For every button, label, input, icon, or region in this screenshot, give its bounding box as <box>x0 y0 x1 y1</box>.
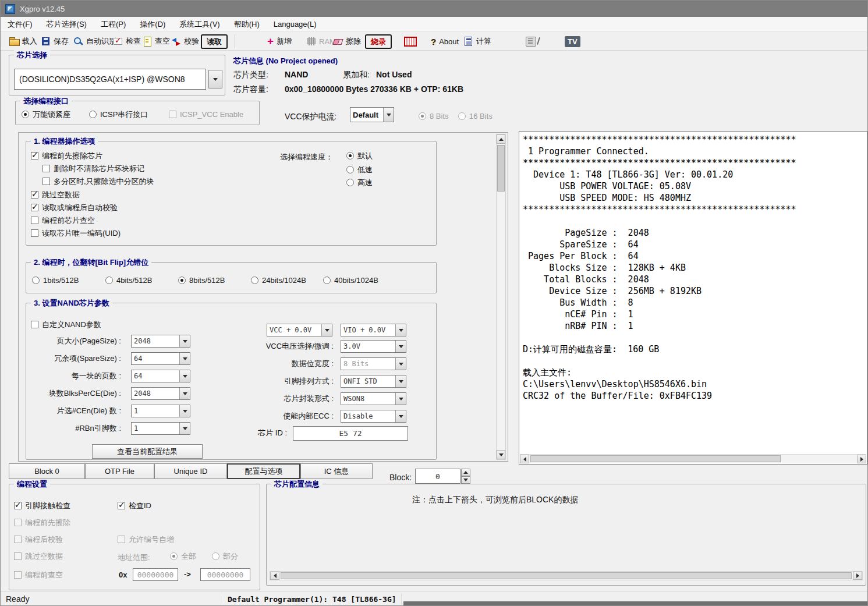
erase-button[interactable]: 擦除 <box>331 34 363 49</box>
interface-title: 选择编程接口 <box>20 96 72 107</box>
tab-ic-info[interactable]: IC 信息 <box>300 463 373 479</box>
serial-increment-label: 允许编号自增 <box>129 534 174 545</box>
menu-system-tools[interactable]: 系统工具(V) <box>172 17 226 32</box>
tab-unique-id[interactable]: Unique ID <box>154 463 227 479</box>
chip-test-button[interactable] <box>401 34 420 49</box>
help-icon: ? <box>431 37 436 47</box>
read-button[interactable]: 读取 <box>201 34 228 49</box>
chevron-down-icon <box>321 324 332 336</box>
blank-check-label: 查空 <box>155 36 170 47</box>
save-icon <box>41 37 51 46</box>
chip-select-title: 芯片选择 <box>14 50 50 61</box>
custom-nand-checkbox[interactable]: 自定义NAND参数 <box>31 320 101 329</box>
option-auto-verify[interactable]: 读取或编程后自动校验 <box>31 203 118 212</box>
scroll-down-button[interactable] <box>497 450 505 459</box>
scrollbar-thumb[interactable] <box>530 455 781 462</box>
checkbox <box>118 536 125 543</box>
check-id-option[interactable]: 检查ID <box>118 501 151 511</box>
scroll-right-button[interactable] <box>857 455 866 463</box>
scroll-left-button[interactable] <box>520 455 529 463</box>
speed-default-radio[interactable]: 默认 <box>346 151 373 161</box>
scrollbar-thumb[interactable] <box>497 145 505 192</box>
speed-label: 选择编程速度： <box>280 152 333 162</box>
ce-count-combo[interactable]: 1 <box>131 405 190 417</box>
option-read-uid[interactable]: 读取芯片唯一编码(UID) <box>31 228 121 238</box>
option-erase-before-program[interactable]: 编程前先擦除芯片 <box>31 151 102 161</box>
add-new-button[interactable]: + 新增 <box>265 34 293 49</box>
menu-chip-select[interactable]: 芯片选择(S) <box>40 17 94 32</box>
block-spin-down-button[interactable] <box>461 476 470 484</box>
socket-radio[interactable]: 万能锁紧座 <box>22 109 70 119</box>
menu-file[interactable]: 文件(F) <box>1 17 40 32</box>
blocks-per-ce-combo[interactable]: 2048 <box>131 387 190 400</box>
package-combo[interactable]: WSON8 <box>341 392 406 405</box>
vertical-scrollbar[interactable] <box>496 134 506 460</box>
tab-block0[interactable]: Block 0 <box>9 463 85 479</box>
chip-select-combo[interactable]: (DOSILICON)DS35Q2GA(x1+ISP) @WSON8 <box>14 69 206 90</box>
vio-offset-combo[interactable]: VIO + 0.0V <box>341 324 406 336</box>
pages-per-block-combo[interactable]: 64 <box>131 370 190 382</box>
sparesize-combo[interactable]: 64 <box>131 352 190 365</box>
addr-part-radio: 部分 <box>212 551 238 561</box>
tv-button[interactable]: TV <box>563 34 582 49</box>
option-keep-badblock-marks[interactable]: 删除时不清除芯片坏块标记 <box>42 164 144 173</box>
icsp-radio[interactable]: ICSP串行接口 <box>89 109 148 119</box>
option-erase-selected-partition[interactable]: 多分区时,只擦除选中分区的块 <box>42 176 154 186</box>
log-horizontal-scrollbar[interactable] <box>520 454 866 463</box>
block-spin-up-button[interactable] <box>461 469 470 476</box>
ic-chip-icon <box>403 36 418 47</box>
menu-project[interactable]: 工程(P) <box>94 17 133 32</box>
burn-button[interactable]: 烧录 <box>365 34 392 49</box>
bitflip-1bits-radio[interactable]: 1bits/512B <box>32 275 79 285</box>
scrollbar-thumb[interactable] <box>281 572 852 579</box>
about-button[interactable]: ? About <box>429 34 460 49</box>
menu-language[interactable]: Language(L) <box>267 17 324 32</box>
calculator-button[interactable]: 计算 <box>462 34 493 49</box>
scroll-left-button[interactable] <box>270 572 279 580</box>
chevron-down-icon <box>395 324 406 336</box>
pagesize-combo[interactable]: 2048 <box>131 335 190 348</box>
data-width-value: 8 Bits <box>341 358 395 370</box>
checkbox <box>169 111 176 118</box>
pin-layout-combo[interactable]: ONFI STD <box>341 375 406 388</box>
save-button[interactable]: 保存 <box>39 34 70 49</box>
option-skip-blank[interactable]: 跳过空数据 <box>31 190 80 200</box>
menu-operation[interactable]: 操作(D) <box>133 17 172 32</box>
prog-settings-title: 编程设置 <box>14 479 50 490</box>
tab-otp-file[interactable]: OTP File <box>85 463 154 479</box>
blocks-per-ce-value: 2048 <box>132 388 179 399</box>
verify-button[interactable]: 校验 <box>169 34 201 49</box>
bitflip-40bits-radio[interactable]: 40bits/1024B <box>323 275 378 285</box>
speed-low-radio[interactable]: 低速 <box>346 165 373 175</box>
option-blank-check-before[interactable]: 编程前芯片查空 <box>31 215 95 225</box>
vcc-protect-combo[interactable]: Default <box>350 107 394 122</box>
bitflip-8bits-radio[interactable]: 8bits/512B <box>178 275 225 285</box>
view-config-button[interactable]: 查看当前配置结果 <box>92 444 203 459</box>
vcc-voltage-combo[interactable]: 3.0V <box>341 340 406 353</box>
hex-prefix-label: 0x <box>119 570 127 579</box>
chip-select-dropdown-button[interactable] <box>208 70 222 88</box>
internal-ecc-combo[interactable]: Disable <box>341 410 406 423</box>
vcc-offset-combo[interactable]: VCC + 0.0V <box>267 324 332 336</box>
chip-id-field[interactable]: E5 72 <box>293 426 408 441</box>
erase-before-option: 编程前先擦除 <box>14 518 70 527</box>
config-horizontal-scrollbar[interactable] <box>270 571 863 580</box>
rbn-count-combo[interactable]: 1 <box>131 422 190 435</box>
scroll-up-button[interactable] <box>497 134 505 144</box>
bitflip-24bits-radio[interactable]: 24bits/1024B <box>251 275 306 285</box>
check-button[interactable]: 检查 <box>111 34 143 49</box>
erase-before-label: 编程前先擦除 <box>25 518 70 528</box>
tab-config-options[interactable]: 配置与选项 <box>227 463 300 479</box>
menu-help[interactable]: 帮助(H) <box>227 17 267 32</box>
bits8-radio: 8 Bits <box>419 111 449 121</box>
icsp-vcc-checkbox: ICSP_VCC Enable <box>169 109 243 119</box>
pin-contact-check[interactable]: 引脚接触检查 <box>14 501 70 511</box>
load-button[interactable]: 载入 <box>8 34 39 49</box>
blank-check-button[interactable]: 查空 <box>140 34 172 49</box>
bitflip-4bits-radio[interactable]: 4bits/512B <box>105 275 152 285</box>
block-number-input[interactable]: 0 <box>415 469 460 484</box>
speed-high-radio[interactable]: 高速 <box>346 178 373 187</box>
chevron-down-icon <box>179 388 190 399</box>
socket-button[interactable] <box>523 34 542 49</box>
scroll-right-button[interactable] <box>853 572 862 580</box>
